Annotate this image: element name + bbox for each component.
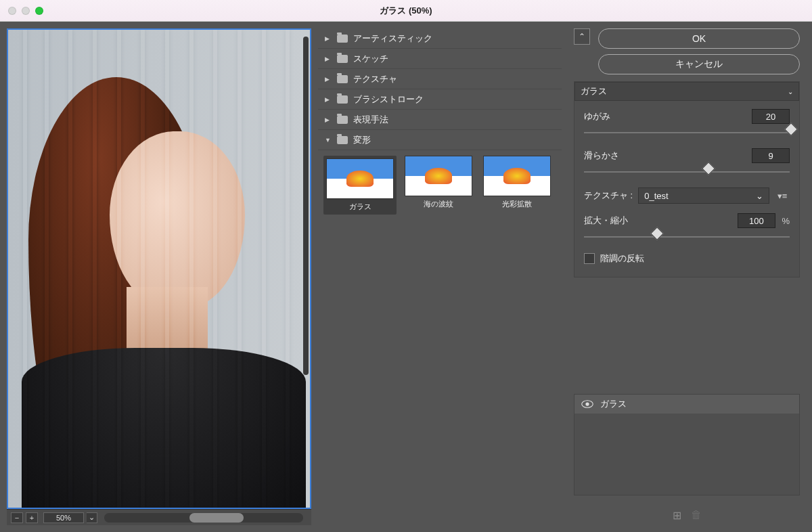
titlebar: ガラス (50%): [0, 0, 812, 22]
category-label: テクスチャ: [353, 73, 397, 85]
invert-label: 階調の反転: [600, 252, 644, 265]
scale-unit: %: [782, 216, 790, 226]
parameters-group: ガラス ⌄ ゆがみ 滑らかさ テクスチャ: [574, 81, 800, 278]
thumbnail-label: ガラス: [326, 202, 394, 212]
svg-point-1: [585, 402, 589, 405]
layer-footer: ⊞ 🗑: [574, 505, 800, 525]
thumbnail-label: 海の波紋: [402, 199, 475, 209]
category-label: ブラシストローク: [353, 93, 424, 106]
scale-input[interactable]: [738, 213, 775, 228]
smoothness-input[interactable]: [752, 148, 790, 163]
distortion-slider[interactable]: [584, 128, 790, 137]
invert-checkbox[interactable]: [584, 253, 595, 264]
triangle-right-icon: ▶: [325, 76, 332, 83]
zoom-value[interactable]: 50%: [43, 512, 84, 523]
triangle-right-icon: ▶: [325, 116, 332, 123]
filter-thumbnail-0[interactable]: ガラス: [323, 156, 397, 215]
category-label: アーティスティック: [353, 32, 432, 45]
category-row-3[interactable]: ▶ブラシストローク: [318, 89, 562, 110]
distortion-label: ゆがみ: [584, 110, 610, 123]
triangle-right-icon: ▶: [325, 56, 332, 62]
preview-v-scrollbar[interactable]: [303, 37, 309, 375]
filter-thumbnail-2[interactable]: 光彩拡散: [480, 156, 554, 215]
distortion-input[interactable]: [752, 109, 790, 124]
preview-toolbar: − + 50%⌄: [7, 509, 311, 525]
folder-icon: [337, 35, 348, 43]
category-label: 変形: [353, 134, 371, 146]
effect-layers-panel: ガラス: [574, 394, 800, 495]
smoothness-label: 滑らかさ: [584, 150, 619, 162]
texture-select[interactable]: 0_test ⌄: [638, 187, 769, 204]
category-row-1[interactable]: ▶スケッチ: [318, 49, 562, 69]
category-label: 表現手法: [353, 114, 388, 126]
zoom-in-button[interactable]: +: [26, 512, 38, 523]
triangle-down-icon: ▼: [325, 137, 332, 143]
filter-categories-panel: ▶アーティスティック▶スケッチ▶テクスチャ▶ブラシストローク▶表現手法▼変形 ガ…: [318, 22, 562, 532]
triangle-right-icon: ▶: [325, 96, 332, 103]
thumbnail-label: 光彩拡散: [480, 199, 554, 209]
triangle-right-icon: ▶: [325, 35, 332, 42]
texture-select-value: 0_test: [644, 191, 668, 201]
folder-icon: [337, 55, 348, 63]
new-layer-icon[interactable]: ⊞: [673, 509, 681, 522]
preview-image: [8, 30, 310, 508]
collapse-panel-icon[interactable]: ⌃: [574, 28, 590, 45]
thumbnail-row: ガラス海の波紋光彩拡散: [318, 150, 562, 220]
preview-panel: − + 50%⌄: [0, 22, 318, 532]
scale-label: 拡大・縮小: [584, 215, 628, 227]
folder-icon: [337, 75, 348, 83]
category-label: スケッチ: [353, 53, 388, 65]
category-row-0[interactable]: ▶アーティスティック: [318, 28, 562, 49]
category-row-4[interactable]: ▶表現手法: [318, 110, 562, 130]
window-title: ガラス (50%): [0, 5, 812, 17]
filter-thumbnail-1[interactable]: 海の波紋: [402, 156, 475, 215]
thumbnail-image: [483, 156, 551, 196]
thumbnail-image: [326, 158, 394, 199]
filter-select-value: ガラス: [581, 85, 607, 97]
category-row-2[interactable]: ▶テクスチャ: [318, 69, 562, 89]
thumbnail-image: [405, 156, 472, 196]
zoom-dropdown-icon[interactable]: ⌄: [87, 512, 97, 523]
smoothness-slider[interactable]: [584, 167, 790, 177]
category-row-5[interactable]: ▼変形: [318, 130, 562, 150]
cancel-button[interactable]: キャンセル: [598, 54, 800, 74]
layer-name: ガラス: [600, 398, 627, 410]
texture-label: テクスチャ :: [584, 190, 633, 202]
layer-row[interactable]: ガラス: [574, 395, 799, 414]
delete-layer-icon: 🗑: [691, 509, 702, 521]
ok-button[interactable]: OK: [598, 28, 800, 49]
visibility-eye-icon[interactable]: [581, 399, 593, 409]
chevron-down-icon: ⌄: [756, 191, 763, 201]
preview-h-scrollbar[interactable]: [104, 513, 303, 523]
folder-icon: [337, 116, 348, 124]
texture-menu-icon[interactable]: ▾≡: [775, 188, 790, 203]
controls-panel: ⌃ OK キャンセル ガラス ⌄ ゆがみ 滑らかさ: [562, 22, 812, 532]
zoom-out-button[interactable]: −: [11, 512, 23, 523]
folder-icon: [337, 136, 348, 144]
preview-frame[interactable]: [7, 28, 311, 509]
chevron-down-icon: ⌄: [788, 88, 793, 95]
filter-select[interactable]: ガラス ⌄: [574, 82, 799, 101]
folder-icon: [337, 95, 348, 104]
workspace: − + 50%⌄ ▶アーティスティック▶スケッチ▶テクスチャ▶ブラシストローク▶…: [0, 22, 812, 532]
scale-slider[interactable]: [584, 232, 790, 242]
